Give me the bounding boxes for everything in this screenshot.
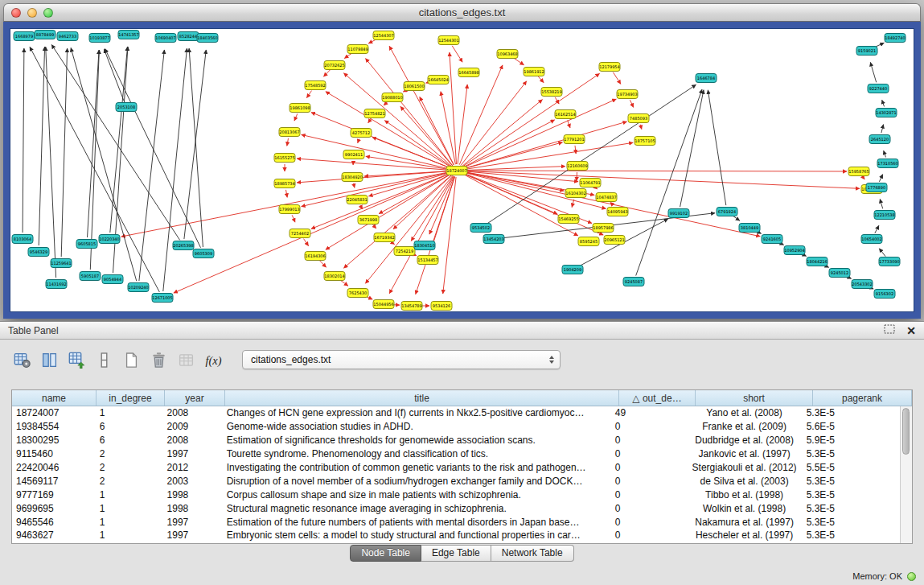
graph-node[interactable]: 16155275 [274,154,295,163]
graph-node[interactable]: 12754821 [364,109,385,118]
table-row[interactable]: 911546021997Tourette syndrome. Phenomeno… [12,447,900,461]
graph-node[interactable]: 17310560 [877,159,898,168]
graph-node[interactable]: 3671998 [358,216,379,225]
graph-node[interactable]: 18403560 [197,34,218,43]
graph-node[interactable]: 10209240 [128,283,149,292]
new-table-button[interactable] [121,349,142,371]
graph-node[interactable]: 11064791 [580,179,601,187]
graph-node[interactable]: 20732625 [324,61,345,70]
graph-node[interactable]: 6791924 [717,208,737,216]
graph-node[interactable]: 9605815 [76,240,97,249]
graph-node[interactable]: 12544301 [438,36,459,45]
graph-node[interactable]: 18061500 [404,82,425,91]
graph-node[interactable]: 14741357 [118,31,139,39]
table-row[interactable]: 1938455462009Genome-wide association stu… [12,420,900,434]
table-row[interactable]: 1872400712008Changes of HCN gene express… [12,406,900,420]
table-scrollbar-thumb[interactable] [902,408,910,455]
graph-node[interactable]: 18757105 [634,137,655,146]
graph-node[interactable]: 12160609 [567,162,588,171]
close-window-button[interactable] [11,8,21,18]
graph-node[interactable]: 8595245 [578,237,599,246]
graph-node[interactable]: 14302871 [876,109,897,117]
close-panel-icon[interactable]: ✕ [906,325,916,336]
graph-node[interactable]: 18985734 [274,179,295,188]
column-header-pagerank[interactable]: pagerank [813,390,912,406]
zoom-window-button[interactable] [43,8,53,18]
graph-node[interactable]: 12179954 [599,63,620,72]
column-header-year[interactable]: year [165,390,225,406]
graph-node[interactable]: 12671005 [152,294,173,303]
graph-node[interactable]: 9227440 [868,84,889,93]
graph-node[interactable]: 18304920 [342,173,363,182]
graph-node[interactable]: 17548592 [305,81,326,90]
graph-node[interactable]: 17791201 [564,135,585,144]
graph-node[interactable]: 10952904 [784,246,805,255]
graph-node[interactable]: 9534502 [470,224,491,233]
graph-node[interactable]: 10963468 [497,50,518,59]
graph-node[interactable]: 3810449 [739,224,760,233]
graph-node[interactable]: 19861098 [290,104,310,113]
graph-node[interactable]: 9919102 [668,209,689,218]
column-header-out_de[interactable]: △ out_de… [619,390,696,406]
graph-node[interactable]: 13454203 [483,235,504,244]
graph-node[interactable]: 11079849 [347,45,368,54]
table-row[interactable]: 977716911998Corpus callosum shape and si… [12,488,900,501]
graph-node[interactable]: 12210538 [874,211,895,220]
tab-node-table[interactable]: Node Table [350,545,421,562]
graph-node[interactable]: 9534126 [431,302,452,311]
tab-edge-table[interactable]: Edge Table [421,545,491,562]
import-table-button[interactable] [66,349,88,371]
show-columns-button[interactable] [39,349,60,371]
graph-node[interactable]: 9156302 [874,290,895,299]
graph-node[interactable]: 20813067 [279,128,300,137]
graph-node[interactable]: 8878499 [35,31,55,39]
graph-node[interactable]: 4275712 [351,129,372,138]
graph-node[interactable]: 16194306 [305,252,326,261]
graph-node[interactable]: 15134457 [417,256,438,265]
graph-node[interactable]: 1646784 [696,74,717,83]
graph-node[interactable]: 11431692 [46,280,67,289]
graph-node[interactable]: 7254219 [394,247,415,256]
graph-node[interactable]: 13454789 [401,302,422,311]
column-header-title[interactable]: title [225,390,619,406]
graph-node[interactable]: 10220340 [99,235,120,244]
graph-node[interactable]: 9241605 [762,235,782,244]
graph-node[interactable]: 10474837 [596,193,617,202]
graph-node[interactable]: 9245012 [829,269,850,278]
table-scrollbar[interactable] [900,406,912,543]
graph-node[interactable]: 9902411 [343,150,364,159]
graph-node[interactable]: 10690407 [155,34,176,43]
minimize-window-button[interactable] [27,8,37,18]
table-row[interactable]: 969969511998Structural magnetic resonanc… [12,501,900,515]
table-row[interactable]: 946554611997Estimation of the future num… [12,515,900,529]
graph-node[interactable]: 10654002 [861,235,882,244]
graph-node[interactable]: 16104302 [565,189,586,198]
graph-node[interactable]: 7254402 [290,229,310,238]
graph-node[interactable]: 5905187 [80,272,101,281]
graph-node[interactable]: 7485093 [628,114,649,123]
network-window-titlebar[interactable]: citations_edges.txt [3,3,921,22]
table-row[interactable]: 1830029562008Estimation of significance … [12,434,900,447]
graph-node[interactable]: 11259641 [51,259,72,268]
graph-node[interactable]: 9605309 [193,249,214,258]
table-source-dropdown[interactable]: citations_edges.txt [242,350,561,369]
table-row[interactable]: 1456911722003Disruption of a novel membe… [12,474,900,488]
graph-node[interactable]: 18957986 [593,224,614,233]
graph-node[interactable]: 20543302 [852,280,873,289]
graph-node[interactable]: 10193877 [89,34,110,43]
graph-node[interactable]: 2645120 [869,135,890,144]
graph-node[interactable]: 18492740 [885,34,906,43]
column-header-in_degree[interactable]: in_degree [97,390,165,406]
graph-node[interactable]: 9462733 [57,32,78,41]
graph-node[interactable]: 16162514 [555,110,576,119]
graph-node[interactable]: 9159021 [856,47,877,56]
graph-node[interactable]: 19088010 [382,93,403,102]
graph-node[interactable]: 15958765 [848,167,869,176]
graph-node[interactable]: 20965121 [604,236,625,245]
graph-node[interactable]: 22045831 [347,196,368,204]
table-row[interactable]: 946362711997Embryonic stem cells: a mode… [12,529,900,542]
graph-node[interactable]: 18302014 [324,272,345,281]
tab-network-table[interactable]: Network Table [491,545,574,562]
graph-node[interactable]: 7625430 [347,289,368,298]
graph-node[interactable]: 18304510 [414,241,435,250]
